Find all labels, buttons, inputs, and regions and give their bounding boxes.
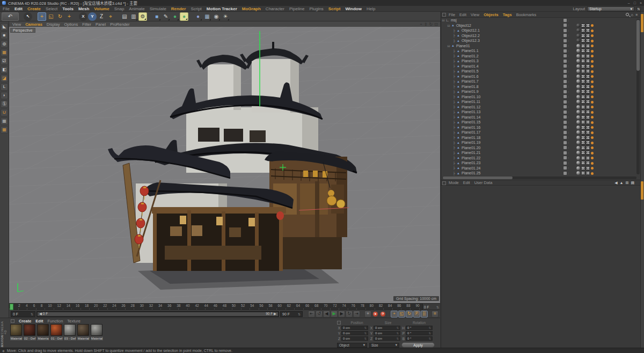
uvw-tag-icon[interactable] (581, 69, 585, 73)
selection-tag-icon[interactable] (586, 100, 590, 104)
texture-tag-icon[interactable] (576, 141, 580, 144)
selection-tag-icon[interactable] (586, 146, 590, 150)
selection-tag-icon[interactable] (586, 120, 590, 124)
object-row[interactable]: ├ Plane01.4 : (441, 64, 638, 69)
expander-icon[interactable]: ├ (452, 126, 456, 129)
object-manager-menu-item[interactable]: Bookmarks (516, 12, 537, 17)
menu-icon[interactable]: ≡ (635, 13, 638, 17)
visibility-dots[interactable]: : (564, 146, 569, 149)
selection-tag-icon[interactable] (586, 69, 590, 73)
visibility-toggle-icon[interactable]: : (568, 172, 569, 175)
object-row[interactable]: ⊟ Object12 : (441, 23, 638, 28)
viewport[interactable]: ViewCamerasDisplayOptionsFilterPanelProR… (9, 21, 440, 303)
phong-tag-icon[interactable] (591, 91, 594, 93)
visibility-dots[interactable]: : (564, 90, 569, 93)
object-name[interactable]: Plane01.2 (462, 54, 479, 58)
menu-item[interactable]: Pipeline (289, 6, 304, 11)
object-row[interactable]: ├ Plane01.18 : (441, 135, 638, 141)
next-frame-icon[interactable]: ▶ (338, 311, 345, 318)
layer-badge[interactable] (564, 95, 567, 98)
expander-icon[interactable]: ├ (452, 70, 456, 73)
phong-tag-icon[interactable] (591, 106, 594, 108)
menu-item[interactable]: Create (27, 6, 41, 11)
phong-tag-icon[interactable] (591, 152, 594, 155)
uvw-tag-icon[interactable] (581, 59, 585, 63)
layer-badge[interactable] (564, 44, 567, 47)
selection-tag-icon[interactable] (586, 161, 590, 165)
visibility-dots[interactable]: : (564, 131, 569, 134)
materials-menu-item[interactable]: Create (19, 319, 31, 323)
visibility-dots[interactable]: : (564, 141, 569, 144)
visibility-toggle-icon[interactable]: : (568, 80, 569, 83)
selection-tag-icon[interactable] (586, 95, 590, 99)
record-objects-icon[interactable]: ✦ (364, 311, 371, 318)
visibility-dots[interactable]: : (564, 54, 569, 57)
visibility-toggle-icon[interactable]: : (568, 121, 569, 124)
visibility-toggle-icon[interactable]: : (568, 49, 569, 53)
zoom-view-icon[interactable]: ⇕ (424, 22, 428, 27)
texture-tag-icon[interactable] (576, 136, 580, 139)
layer-badge[interactable] (564, 80, 567, 83)
object-name[interactable]: Object12.1 (462, 28, 480, 32)
scale-tool-icon[interactable]: ◱ (47, 12, 55, 21)
visibility-toggle-icon[interactable]: : (568, 24, 569, 27)
object-name[interactable]: Plane01.10 (462, 95, 480, 99)
layer-badge[interactable] (564, 131, 567, 134)
visibility-dots[interactable]: : (564, 64, 569, 68)
menu-item[interactable]: Script (191, 6, 201, 11)
layer-badge[interactable] (564, 151, 567, 155)
forward-arrow-icon[interactable]: ▲ (620, 181, 624, 185)
layer-badge[interactable] (564, 34, 567, 37)
visibility-dots[interactable]: : (564, 156, 569, 159)
uvw-tag-icon[interactable] (581, 156, 585, 160)
texture-tag-icon[interactable] (576, 100, 580, 104)
object-name[interactable]: Plane01.25 (462, 171, 480, 175)
phong-tag-icon[interactable] (591, 70, 594, 73)
phong-tag-icon[interactable] (591, 30, 594, 32)
object-row[interactable]: ├ Plane01.15 : (441, 120, 638, 125)
visibility-dots[interactable]: : (564, 49, 569, 53)
expander-icon[interactable]: ├ (452, 172, 456, 175)
spinner-icon[interactable]: ⇅ (298, 312, 301, 316)
layer-badge[interactable] (564, 126, 567, 129)
expander-icon[interactable]: ├ (452, 105, 456, 108)
visibility-toggle-icon[interactable]: : (568, 39, 569, 42)
uvw-tag-icon[interactable] (581, 171, 585, 175)
panel-grip-icon[interactable]: ⁙ (442, 181, 446, 185)
visibility-toggle-icon[interactable]: : (568, 156, 569, 159)
texture-tag-icon[interactable] (576, 95, 580, 99)
visibility-dots[interactable]: : (564, 121, 569, 124)
pan-view-icon[interactable]: + (420, 22, 422, 27)
texture-tag-icon[interactable] (576, 90, 580, 93)
visibility-dots[interactable]: : (564, 85, 569, 88)
back-arrow-icon[interactable]: ◀ (614, 181, 617, 185)
viewport-canvas[interactable] (9, 27, 440, 303)
planar-workplane-icon[interactable]: ▦ (1, 126, 8, 134)
selection-tag-icon[interactable] (586, 44, 590, 48)
expander-icon[interactable]: ├ (452, 121, 456, 124)
materials-menu-item[interactable]: Function (48, 319, 63, 323)
object-tree-hscrollbar[interactable] (442, 176, 636, 179)
uvw-tag-icon[interactable] (581, 120, 585, 124)
object-name[interactable]: Plane01.4 (462, 64, 479, 68)
object-row[interactable]: ├ Plane01.8 : (441, 84, 638, 90)
layer-badge[interactable] (564, 54, 567, 57)
expander-icon[interactable]: ├ (452, 115, 456, 119)
layer-badge[interactable] (564, 136, 567, 139)
material-thumbnail[interactable] (50, 324, 62, 336)
generator-icon[interactable]: ● (180, 12, 188, 21)
points-mode-icon[interactable]: ⚂ (1, 57, 8, 65)
model-mode-icon[interactable]: ■ (1, 32, 8, 39)
magnet-snap-icon[interactable]: U (1, 109, 8, 116)
selection-tag-icon[interactable] (586, 49, 590, 53)
selection-tag-icon[interactable] (586, 151, 590, 155)
menu-item[interactable]: Help (367, 6, 375, 11)
menu-item[interactable]: Plugins (309, 6, 323, 11)
expander-icon[interactable]: ├ (452, 131, 456, 134)
object-row[interactable]: ⊟ msj : (441, 18, 638, 23)
layer-badge[interactable] (564, 19, 567, 22)
size-mode-dropdown[interactable]: Size▾ (369, 343, 399, 348)
object-name[interactable]: Plane01.19 (462, 141, 480, 144)
object-name[interactable]: Plane01.14 (462, 115, 480, 119)
attribute-menu-item[interactable]: Edit (463, 180, 470, 185)
